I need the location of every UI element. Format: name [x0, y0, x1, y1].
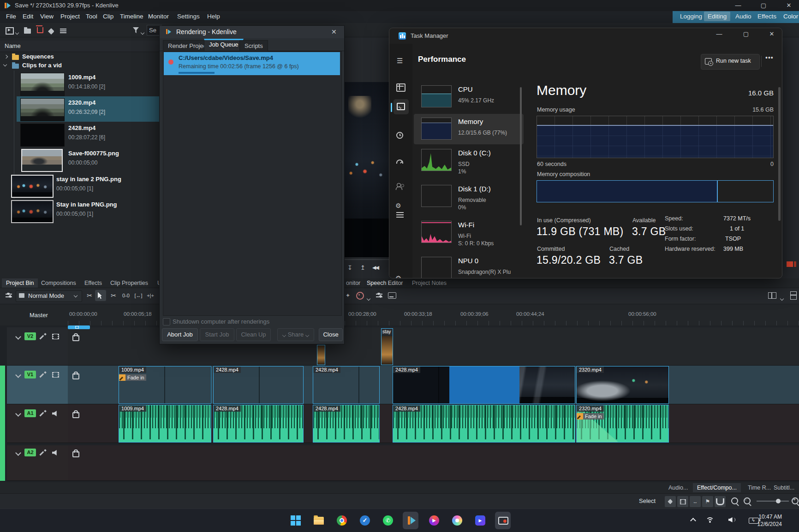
tab-project-notes[interactable]: Project Notes [408, 278, 451, 288]
timeline-clip-audio[interactable]: 2320.mp4 Fade in [576, 405, 669, 443]
fade-in-badge[interactable]: Fade in [119, 374, 146, 381]
menu-settings[interactable]: Settings [174, 12, 203, 21]
wifi-icon[interactable] [706, 517, 714, 523]
render-job-item[interactable]: C:/Users/cdabe/Videos/Save.mp4 Remaining… [164, 52, 340, 75]
zoom-out-icon[interactable]: - [744, 497, 751, 506]
zoom-slider[interactable] [757, 501, 789, 502]
snap-toggle-button[interactable] [714, 496, 726, 508]
bin-clip-row[interactable]: 2428.mp4 00:28:07;22 [6] [0, 123, 159, 148]
chevron-down-icon[interactable] [367, 295, 370, 301]
movies-tv-icon[interactable]: ▶ [474, 514, 486, 526]
timeline-clip-image[interactable] [317, 345, 325, 365]
razor-all-tracks-icon[interactable]: ✂ [84, 290, 95, 301]
subtitles-icon[interactable] [387, 290, 398, 301]
metric-disk0[interactable]: Disk 0 (C:) SSD 1% [416, 147, 524, 183]
tray-clock[interactable]: 10:47 AM 12/6/2024 [745, 513, 782, 528]
menu-file[interactable]: File [3, 12, 19, 21]
tab-effects[interactable]: Effects [80, 278, 106, 288]
kdenlive-taskbar-icon[interactable] [405, 514, 417, 526]
nav-menu-icon[interactable]: ☰ [397, 57, 403, 65]
filter-dropdown-icon[interactable] [141, 29, 144, 35]
lock-icon[interactable] [72, 451, 79, 457]
more-options-icon[interactable]: ••• [765, 54, 774, 61]
file-explorer-icon[interactable] [313, 514, 325, 526]
tab-effect-compositing[interactable]: Effect/Compo... [693, 483, 741, 492]
workspace-tab-effects[interactable]: Effects [754, 12, 780, 21]
mixer-icon[interactable] [374, 290, 385, 301]
track-badge[interactable]: A1 [24, 409, 36, 417]
timeline-clip-video[interactable]: 2320.mp4 [576, 366, 669, 404]
expander-icon[interactable] [4, 55, 8, 59]
tab-scripts[interactable]: Scripts [239, 40, 268, 51]
paint-icon[interactable] [451, 514, 463, 526]
split-view-icon[interactable] [767, 290, 778, 301]
expander-icon[interactable] [3, 63, 7, 66]
metric-cpu[interactable]: CPU 45% 2.17 GHz [416, 83, 524, 113]
metric-memory-selected[interactable]: Memory 12.0/15.6 GB (77%) [414, 114, 524, 144]
video-track-icon[interactable] [52, 372, 59, 378]
metric-list-scrollbar[interactable] [520, 87, 522, 225]
spacer-tool-icon[interactable]: 0-0 [120, 290, 131, 301]
tm-titlebar[interactable]: Task Manager — ▢ ✕ [389, 28, 782, 44]
bin-clip-row[interactable]: Save-f000775.png 00:00:05;00 [0, 148, 159, 173]
timeline-clip-audio[interactable]: 1009.mp4 [119, 405, 211, 443]
track-header-v2[interactable]: V2 [7, 327, 68, 366]
chevron-down-icon[interactable] [781, 295, 783, 301]
close-icon[interactable]: ✕ [331, 28, 337, 35]
run-new-task-button[interactable]: + Run new task [701, 54, 760, 70]
screen-recorder-icon[interactable] [497, 514, 509, 526]
timeline-zoombar[interactable] [68, 325, 90, 329]
delete-icon[interactable] [37, 27, 43, 35]
checkmark-app-icon[interactable]: ✓ [359, 514, 371, 526]
nav-processes-icon[interactable] [396, 83, 405, 92]
render-dialog-titlebar[interactable]: Rendering - Kdenlive ✕ [160, 26, 344, 38]
nav-performance-icon[interactable]: ∿ [394, 99, 409, 114]
lock-icon[interactable] [72, 412, 79, 418]
monitor-zone-out-icon[interactable]: ↥ [360, 264, 365, 271]
zoom-in-icon[interactable]: + [792, 497, 799, 506]
bin-clip-row[interactable]: 1009.mp4 00:14:18;00 [2] [0, 72, 159, 97]
workspace-tab-color[interactable]: Color [780, 12, 799, 21]
maximize-button[interactable]: ▢ [757, 0, 770, 11]
record-icon[interactable] [354, 290, 365, 301]
abort-job-button[interactable]: Abort Job [162, 328, 198, 341]
collapse-icon[interactable] [15, 372, 21, 378]
add-clip-dropdown-icon[interactable] [16, 29, 18, 35]
menu-timeline[interactable]: Timeline [117, 12, 147, 21]
tag-icon[interactable] [49, 28, 54, 35]
clean-up-button[interactable]: Clean Up [236, 328, 271, 341]
whatsapp-icon[interactable]: ✆ [382, 514, 394, 526]
nav-settings-icon[interactable]: ⚙ [395, 274, 401, 278]
tray-expand-icon[interactable] [691, 517, 695, 524]
tm-close-button[interactable]: ✕ [765, 29, 779, 39]
tab-audio[interactable]: Audio... [664, 483, 692, 492]
track-header-a2[interactable]: A2 [7, 445, 68, 481]
timeline-clip-video[interactable]: 2428.mp4 [213, 366, 304, 404]
tag-toggle-button[interactable] [664, 496, 676, 508]
effects-icon[interactable] [40, 333, 47, 340]
shutdown-checkbox[interactable] [163, 318, 170, 325]
nav-details-icon[interactable] [396, 212, 404, 218]
menu-project[interactable]: Project [57, 12, 83, 21]
effects-icon[interactable] [40, 449, 47, 456]
fit-zoom-icon[interactable]: [↔] [133, 290, 144, 301]
markers-toggle-button[interactable]: ↔ [689, 496, 701, 508]
collapse-icon[interactable] [15, 334, 21, 340]
tab-clip-properties[interactable]: Clip Properties [106, 278, 152, 288]
lock-icon[interactable] [72, 373, 79, 379]
nav-app-history-icon[interactable] [396, 132, 403, 139]
start-job-button[interactable]: Start Job [200, 328, 234, 341]
timeline-clip-video[interactable]: 2428.mp4 [313, 366, 380, 404]
monitor-zone-in-icon[interactable]: ↧ [347, 264, 352, 271]
collapse-icon[interactable] [15, 450, 21, 456]
effects-icon[interactable] [40, 410, 47, 417]
edit-mode-select[interactable]: Normal Mode [16, 290, 82, 302]
bin-clip-row-selected[interactable]: 2320.mp4 00:26:32;09 [2] [0, 97, 159, 122]
bin-column-header[interactable]: Name [5, 42, 21, 49]
timeline-clip-audio[interactable]: 2428.mp4 [213, 405, 304, 443]
share-button[interactable]: Share [277, 328, 314, 341]
timeline-ruler[interactable]: Master 00:00:00;00 00:00:05;18 00:00:28;… [0, 304, 799, 326]
tab-compositions[interactable]: Compositions [37, 278, 80, 288]
bin-menu-icon[interactable] [60, 28, 66, 35]
nav-startup-icon[interactable] [396, 160, 403, 164]
